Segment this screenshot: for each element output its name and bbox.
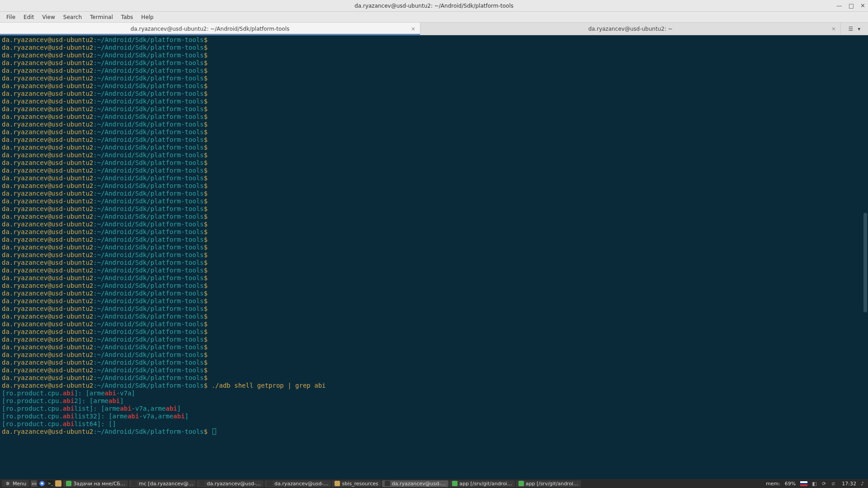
prompt-line: da.ryazancev@usd-ubuntu2:~/Android/Sdk/p… (2, 320, 866, 328)
desktop-taskbar: ✲ Menu ▭ >_ Задачи на мне/СБ…mc [da.ryaz… (0, 479, 868, 488)
menu-terminal[interactable]: Terminal (86, 13, 117, 22)
taskbar-app-5[interactable]: da.ryazancev@usd-… (382, 480, 448, 487)
terminal-launcher-icon[interactable]: >_ (47, 480, 53, 487)
prompt-line: da.ryazancev@usd-ubuntu2:~/Android/Sdk/p… (2, 159, 866, 167)
files-launcher-icon[interactable] (55, 480, 61, 487)
taskbar-app-label: app [/srv/git/androi… (459, 481, 512, 487)
window-controls: — □ ✕ (836, 0, 865, 11)
menubar: FileEditViewSearchTerminalTabsHelp (0, 12, 868, 23)
prompt-line: da.ryazancev@usd-ubuntu2:~/Android/Sdk/p… (2, 167, 866, 174)
close-icon[interactable]: ✕ (860, 2, 865, 9)
folder-app-icon (335, 481, 340, 486)
prompt-line: da.ryazancev@usd-ubuntu2:~/Android/Sdk/p… (2, 244, 866, 251)
prompt-line: da.ryazancev@usd-ubuntu2:~/Android/Sdk/p… (2, 259, 866, 267)
mint-logo-icon: ✲ (5, 480, 11, 487)
tabbar: da.ryazancev@usd-ubuntu2: ~/Android/Sdk/… (0, 23, 868, 35)
terminal-cursor (212, 428, 216, 435)
menu-search[interactable]: Search (60, 13, 85, 22)
prompt-line: da.ryazancev@usd-ubuntu2:~/Android/Sdk/p… (2, 228, 866, 236)
term-app-icon (267, 481, 273, 486)
sound-icon[interactable]: ♪ (861, 481, 866, 486)
svg-point-1 (41, 483, 43, 485)
tab-close-icon[interactable]: × (411, 26, 415, 32)
taskbar-app-1[interactable]: mc [da.ryazancev@… (129, 480, 196, 487)
output-line: [ro.product.cpu.abilist]: [armeabi-v7a,a… (2, 405, 866, 413)
prompt-line: da.ryazancev@usd-ubuntu2:~/Android/Sdk/p… (2, 128, 866, 136)
term-app-icon (385, 481, 390, 486)
prompt-line: da.ryazancev@usd-ubuntu2:~/Android/Sdk/p… (2, 359, 866, 366)
chrome-launcher-icon[interactable] (39, 480, 45, 487)
window-titlebar: da.ryazancev@usd-ubuntu2: ~/Android/Sdk/… (0, 0, 868, 12)
prompt-line: da.ryazancev@usd-ubuntu2:~/Android/Sdk/p… (2, 144, 866, 151)
prompt-line: da.ryazancev@usd-ubuntu2:~/Android/Sdk/p… (2, 343, 866, 351)
prompt-line: da.ryazancev@usd-ubuntu2:~/Android/Sdk/p… (2, 151, 866, 159)
prompt-line: da.ryazancev@usd-ubuntu2:~/Android/Sdk/p… (2, 174, 866, 182)
taskbar-app-6[interactable]: app [/srv/git/androi… (449, 480, 515, 487)
tray-indicator-icon[interactable]: ◧ (812, 481, 817, 486)
menu-help[interactable]: Help (137, 13, 157, 22)
tab-menu-dropdown-icon[interactable]: ▾ (858, 26, 860, 32)
tab-close-icon[interactable]: × (831, 26, 836, 32)
term-app-icon (132, 481, 137, 486)
prompt-line: da.ryazancev@usd-ubuntu2:~/Android/Sdk/p… (2, 328, 866, 336)
menu-view[interactable]: View (38, 13, 58, 22)
mem-label: mem: (766, 481, 780, 487)
term-app-icon (199, 481, 205, 486)
prompt-line: da.ryazancev@usd-ubuntu2:~/Android/Sdk/p… (2, 366, 866, 374)
maximize-icon[interactable]: □ (849, 2, 854, 9)
start-menu-label: Menu (13, 481, 26, 487)
prompt-line: da.ryazancev@usd-ubuntu2:~/Android/Sdk/p… (2, 90, 866, 98)
prompt-line: da.ryazancev@usd-ubuntu2:~/Android/Sdk/p… (2, 297, 866, 305)
output-line: [ro.product.cpu.abi2]: [armeabi] (2, 397, 866, 405)
prompt-line: da.ryazancev@usd-ubuntu2:~/Android/Sdk/p… (2, 105, 866, 113)
taskbar-apps: Задачи на мне/СБ…mc [da.ryazancev@…da.ry… (63, 480, 764, 487)
prompt-line: da.ryazancev@usd-ubuntu2:~/Android/Sdk/p… (2, 313, 866, 320)
tab-label: da.ryazancev@usd-ubuntu2: ~/Android/Sdk/… (131, 26, 290, 32)
output-line: [ro.product.cpu.abilist64]: [] (2, 420, 866, 428)
minimize-icon[interactable]: — (836, 2, 842, 9)
prompt-line-current: da.ryazancev@usd-ubuntu2:~/Android/Sdk/p… (2, 428, 866, 436)
prompt-line: da.ryazancev@usd-ubuntu2:~/Android/Sdk/p… (2, 251, 866, 259)
mem-value: 69% (785, 481, 796, 487)
prompt-line: da.ryazancev@usd-ubuntu2:~/Android/Sdk/p… (2, 44, 866, 52)
terminal-scrollbar[interactable] (863, 35, 868, 479)
prompt-line: da.ryazancev@usd-ubuntu2:~/Android/Sdk/p… (2, 98, 866, 105)
taskbar-app-2[interactable]: da.ryazancev@usd-… (197, 480, 263, 487)
clock[interactable]: 17:32 (842, 481, 856, 487)
taskbar-app-0[interactable]: Задачи на мне/СБ… (63, 480, 128, 487)
prompt-line: da.ryazancev@usd-ubuntu2:~/Android/Sdk/p… (2, 213, 866, 221)
prompt-line: da.ryazancev@usd-ubuntu2:~/Android/Sdk/p… (2, 305, 866, 313)
prompt-line: da.ryazancev@usd-ubuntu2:~/Android/Sdk/p… (2, 82, 866, 90)
terminal-tab-0[interactable]: da.ryazancev@usd-ubuntu2: ~/Android/Sdk/… (0, 23, 420, 35)
taskbar-app-3[interactable]: da.ryazancev@usd-… (264, 480, 331, 487)
prompt-line: da.ryazancev@usd-ubuntu2:~/Android/Sdk/p… (2, 190, 866, 197)
taskbar-app-label: da.ryazancev@usd-… (274, 481, 328, 487)
tab-label: da.ryazancev@usd-ubuntu2: ~ (588, 26, 673, 32)
prompt-line: da.ryazancev@usd-ubuntu2:~/Android/Sdk/p… (2, 59, 866, 67)
prompt-line: da.ryazancev@usd-ubuntu2:~/Android/Sdk/p… (2, 121, 866, 128)
prompt-line: da.ryazancev@usd-ubuntu2:~/Android/Sdk/p… (2, 374, 866, 382)
menu-file[interactable]: File (3, 13, 19, 22)
profile-icon[interactable]: ☰ (849, 26, 854, 32)
network-icon[interactable]: ⎚ (832, 481, 837, 486)
chrome-app-icon (66, 481, 71, 486)
prompt-line: da.ryazancev@usd-ubuntu2:~/Android/Sdk/p… (2, 113, 866, 121)
prompt-line: da.ryazancev@usd-ubuntu2:~/Android/Sdk/p… (2, 336, 866, 343)
show-desktop-icon[interactable]: ▭ (31, 480, 37, 487)
prompt-line: da.ryazancev@usd-ubuntu2:~/Android/Sdk/p… (2, 197, 866, 205)
tray-update-icon[interactable]: ⟳ (822, 481, 827, 486)
menu-edit[interactable]: Edit (20, 13, 38, 22)
scrollbar-thumb[interactable] (863, 213, 867, 312)
menu-tabs[interactable]: Tabs (118, 13, 137, 22)
prompt-line: da.ryazancev@usd-ubuntu2:~/Android/Sdk/p… (2, 236, 866, 244)
taskbar-app-label: app [/srv/git/androi… (526, 481, 579, 487)
start-menu-button[interactable]: ✲ Menu (2, 480, 29, 487)
taskbar-app-4[interactable]: sbis_resources (332, 480, 381, 487)
taskbar-app-7[interactable]: app [/srv/git/androi… (516, 480, 581, 487)
taskbar-app-label: da.ryazancev@usd-… (392, 481, 446, 487)
prompt-line: da.ryazancev@usd-ubuntu2:~/Android/Sdk/p… (2, 67, 866, 75)
keyboard-layout-flag-icon[interactable] (800, 481, 807, 486)
output-line: [ro.product.cpu.abilist32]: [armeabi-v7a… (2, 413, 866, 420)
terminal-tab-1[interactable]: da.ryazancev@usd-ubuntu2: ~× (420, 23, 841, 35)
terminal-output[interactable]: da.ryazancev@usd-ubuntu2:~/Android/Sdk/p… (0, 35, 868, 479)
